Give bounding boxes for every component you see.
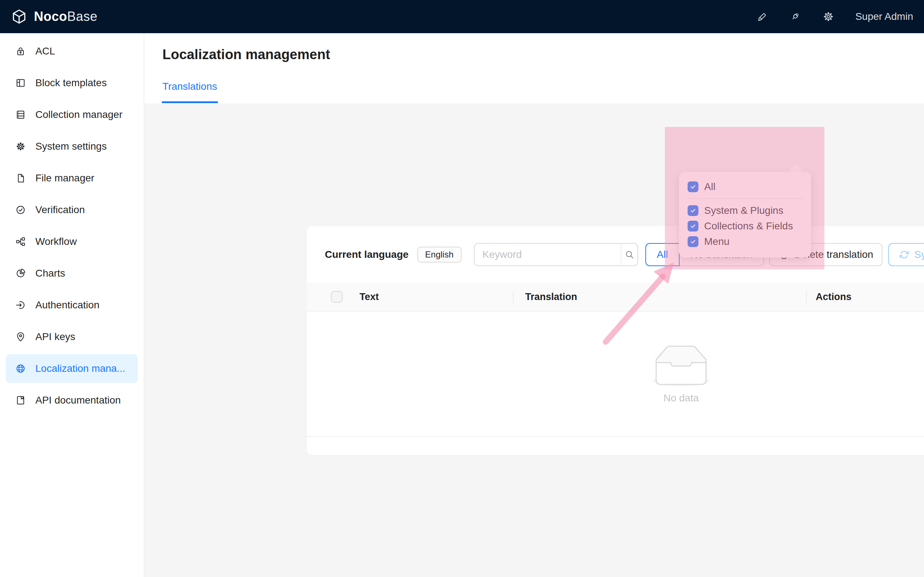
file-icon — [15, 173, 26, 184]
topbar: NocoBase — [0, 0, 924, 33]
language-tag[interactable]: English — [417, 247, 462, 263]
sidebar-item-api-documentation[interactable]: API documentation — [6, 386, 138, 415]
sidebar-item-block-templates[interactable]: Block templates — [6, 69, 138, 97]
login-icon — [15, 300, 26, 311]
checked-checkbox-icon[interactable] — [688, 205, 698, 216]
select-all-checkbox[interactable] — [331, 291, 342, 303]
sync-button[interactable]: Sync — [888, 243, 924, 266]
page-title: Localization management — [162, 47, 330, 62]
sidebar-item-label: File manager — [36, 172, 94, 184]
sync-option-collections-fields[interactable]: Collections & Fields — [679, 218, 811, 234]
cube-logo-icon — [11, 8, 27, 25]
column-header-text: Text — [360, 292, 513, 303]
layout-icon — [15, 77, 26, 89]
checked-checkbox-icon[interactable] — [688, 181, 698, 192]
sync-label: Sync — [914, 249, 924, 260]
sync-option-label: Menu — [704, 236, 729, 247]
column-header-actions: Actions — [806, 292, 924, 303]
sync-option-system-plugins[interactable]: System & Plugins — [679, 203, 811, 218]
sidebar-item-label: Charts — [36, 268, 65, 279]
sidebar-item-label: ACL — [36, 45, 55, 57]
topbar-actions: Super Admin — [756, 10, 913, 23]
lock-icon — [15, 46, 26, 56]
sidebar-item-label: Block templates — [36, 77, 107, 89]
sidebar-item-label: API documentation — [36, 395, 121, 406]
tab-active-indicator — [162, 102, 218, 103]
sidebar-item-api-keys[interactable]: API keys — [6, 322, 138, 351]
user-menu[interactable]: Super Admin — [855, 11, 913, 23]
tab-translations[interactable]: Translations — [162, 81, 217, 92]
book-icon — [15, 395, 26, 406]
sync-option-label: Collections & Fields — [704, 220, 793, 232]
sidebar-item-file-manager[interactable]: File manager — [6, 164, 138, 193]
gear-icon[interactable] — [822, 10, 835, 23]
empty-state: No data — [307, 311, 924, 436]
sidebar-item-system-settings[interactable]: System settings — [6, 132, 138, 161]
column-divider — [806, 291, 807, 303]
sync-options-dropdown: All System & Plugins Collections & Field… — [679, 172, 811, 258]
sidebar-item-label: Authentication — [36, 299, 99, 311]
sync-icon — [899, 250, 909, 259]
empty-box-icon — [646, 345, 716, 390]
no-data-text: No data — [663, 392, 699, 404]
sync-option-label: All — [704, 181, 716, 193]
workflow-icon — [15, 236, 26, 247]
sync-option-menu[interactable]: Menu — [679, 234, 811, 249]
sync-option-label: System & Plugins — [704, 205, 783, 216]
plug-icon[interactable] — [789, 10, 801, 23]
sidebar-item-localization-management[interactable]: Localization mana... — [6, 354, 138, 383]
settings-sidebar: ACL Block templates Colle — [0, 33, 144, 577]
select-all-cell — [307, 291, 360, 303]
sync-option-all[interactable]: All — [679, 179, 811, 195]
sidebar-item-label: Localization mana... — [36, 363, 125, 374]
column-divider — [513, 291, 514, 303]
highlighter-icon[interactable] — [756, 10, 768, 23]
globe-icon — [15, 363, 26, 374]
sidebar-item-verification[interactable]: Verification — [6, 195, 138, 224]
keyword-search — [474, 243, 638, 266]
table-header: Text Translation Actions — [307, 283, 924, 311]
current-language-label: Current language — [325, 249, 409, 260]
sidebar-item-label: System settings — [36, 141, 107, 152]
search-icon — [624, 249, 635, 260]
sidebar-item-label: Collection manager — [36, 109, 122, 121]
column-header-translation: Translation — [513, 292, 806, 303]
sidebar-item-label: API keys — [36, 331, 75, 343]
sidebar-item-charts[interactable]: Charts — [6, 259, 138, 288]
translations-toolbar: Current language English All No translat… — [325, 243, 924, 266]
sidebar-item-label: Verification — [36, 204, 85, 216]
sidebar-item-label: Workflow — [36, 236, 77, 247]
filter-all-button[interactable]: All — [645, 243, 680, 266]
nocobase-admin-settings-page: NocoBase — [0, 0, 924, 577]
table-bottom-border — [307, 436, 924, 437]
sidebar-item-collection-manager[interactable]: Collection manager — [6, 100, 138, 129]
nocobase-logo[interactable]: NocoBase — [11, 8, 97, 25]
page-header: Localization management Translations — [144, 33, 924, 103]
sidebar-item-workflow[interactable]: Workflow — [6, 227, 138, 256]
checked-checkbox-icon[interactable] — [688, 221, 698, 232]
sidebar-item-authentication[interactable]: Authentication — [6, 291, 138, 319]
logo-text: NocoBase — [34, 9, 97, 24]
sidebar-item-acl[interactable]: ACL — [6, 37, 138, 66]
gear-icon — [15, 141, 26, 152]
pie-chart-icon — [15, 268, 26, 279]
translations-card: Current language English All No translat… — [307, 226, 924, 455]
search-button[interactable] — [621, 244, 637, 266]
checked-checkbox-icon[interactable] — [688, 236, 698, 247]
database-icon — [15, 109, 26, 120]
search-input[interactable] — [475, 244, 621, 266]
check-circle-icon — [15, 205, 26, 215]
dropdown-divider — [687, 198, 803, 199]
pin-icon — [15, 331, 26, 342]
